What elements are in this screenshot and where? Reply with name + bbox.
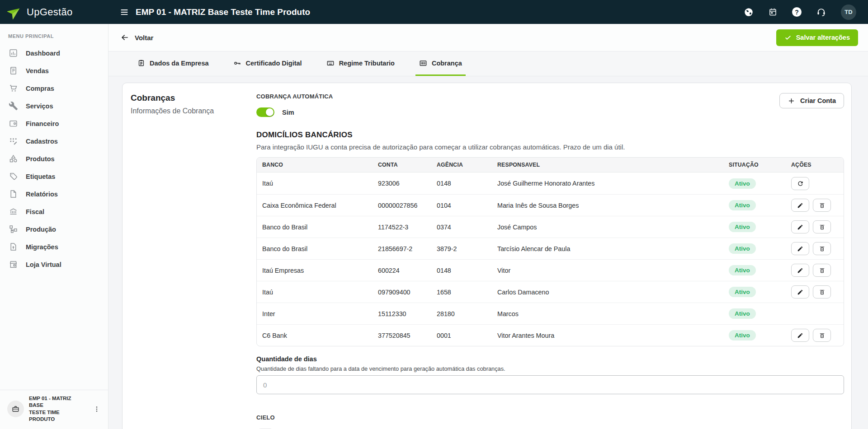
cell-agencia: 0148: [431, 173, 492, 194]
cobranca-automatica-toggle[interactable]: [256, 107, 274, 117]
table-header-row: BANCO CONTA AGÊNCIA RESPONSAVEL SITUAÇÃO…: [257, 158, 844, 173]
tab-cobranca[interactable]: Cobrança: [415, 51, 466, 76]
status-badge: Ativo: [729, 178, 756, 189]
cell-conta: 21856697-2: [373, 238, 431, 259]
check-icon: [784, 34, 792, 41]
delete-button[interactable]: [813, 242, 831, 255]
quantidade-dias-input[interactable]: [256, 375, 844, 394]
criar-conta-button[interactable]: Criar Conta: [779, 93, 844, 108]
sidebar: MENU PRINCIPAL Dashboard Vendas Compras …: [0, 24, 108, 429]
sidebar-spacer: [0, 273, 108, 390]
back-arrow-icon: [120, 33, 129, 42]
sidebar-item-compras[interactable]: Compras: [0, 79, 108, 97]
table-row: Caixa Econômica Federal 00000027856 0104…: [257, 194, 844, 216]
tab-regime-tributario[interactable]: Regime Tributario: [323, 51, 398, 76]
card-right-panel: COBRANÇA AUTOMÁTICA Sim Criar Conta: [256, 93, 844, 429]
edit-button[interactable]: [791, 199, 809, 212]
storefront-icon: [9, 260, 18, 269]
cell-banco: Itaú: [257, 173, 373, 194]
tab-certificado-digital[interactable]: Certificado Digital: [230, 51, 306, 76]
cell-banco: Banco do Brasil: [257, 238, 373, 259]
edit-button[interactable]: [791, 329, 809, 342]
header-responsavel: RESPONSAVEL: [492, 158, 723, 173]
tag-icon: [9, 172, 18, 181]
company-kebab-icon[interactable]: [92, 404, 102, 414]
cell-agencia: 0104: [431, 194, 492, 216]
delete-button[interactable]: [813, 329, 831, 342]
refresh-button[interactable]: [791, 177, 809, 190]
row-actions: [791, 285, 838, 298]
file-upload-icon: [9, 242, 18, 252]
help-icon[interactable]: ?: [792, 7, 802, 17]
status-badge: Ativo: [729, 265, 756, 275]
cell-responsavel: Tarcísio Alencar de Paula: [492, 238, 723, 259]
edit-button[interactable]: [791, 264, 809, 277]
row-actions: [791, 177, 838, 190]
sidebar-item-financeiro[interactable]: Financeiro: [0, 115, 108, 132]
user-avatar[interactable]: TD: [841, 5, 856, 20]
sidebar-item-dashboard[interactable]: Dashboard: [0, 44, 108, 62]
delete-button[interactable]: [813, 199, 831, 212]
edit-button[interactable]: [791, 285, 809, 298]
wallet-icon: [9, 119, 18, 128]
delete-button[interactable]: [813, 285, 831, 298]
status-badge: Ativo: [729, 330, 756, 340]
panel-subtitle: Informações de Cobrança: [131, 107, 256, 115]
row-actions: [791, 199, 838, 212]
card-left-panel: Cobranças Informações de Cobrança: [131, 93, 256, 429]
table-row: Itaú Empresas 600224 0148 Vitor Ativo: [257, 259, 844, 281]
cobranca-card: Cobranças Informações de Cobrança COBRAN…: [122, 83, 852, 429]
quantidade-dias-help: Quantidade de dias faltando para a data …: [256, 365, 844, 372]
delete-button[interactable]: [813, 220, 831, 233]
sidebar-item-servicos[interactable]: Serviços: [0, 97, 108, 115]
delete-button[interactable]: [813, 264, 831, 277]
edit-button[interactable]: [791, 242, 809, 255]
cell-responsavel: Vitor Arantes Moura: [492, 324, 723, 346]
sidebar-item-etiquetas[interactable]: Etiquetas: [0, 168, 108, 185]
category-shapes-icon: [9, 154, 18, 163]
save-button[interactable]: Salvar alterações: [776, 29, 858, 46]
sidebar-item-producao[interactable]: Produção: [0, 220, 108, 238]
tab-dados-da-empresa[interactable]: Dados da Empresa: [134, 51, 212, 76]
cell-banco: C6 Bank: [257, 324, 373, 346]
cell-responsavel: José Campos: [492, 216, 723, 238]
main-area: Voltar Salvar alterações Dados da Empres…: [108, 24, 868, 429]
sidebar-company[interactable]: EMP 01 - MATRIZ BASE TESTE TIME PRODUTO: [0, 390, 108, 429]
sidebar-item-loja-virtual[interactable]: Loja Virtual: [0, 256, 108, 273]
status-badge: Ativo: [729, 222, 756, 232]
calendar-icon[interactable]: [768, 7, 778, 17]
cell-banco: Caixa Econômica Federal: [257, 194, 373, 216]
row-actions: [791, 329, 838, 342]
sidebar-item-cadastros[interactable]: Cadastros: [0, 132, 108, 150]
sidebar-item-produtos[interactable]: Produtos: [0, 150, 108, 168]
cell-agencia: 0001: [431, 324, 492, 346]
tab-bar: Dados da Empresa Certificado Digital Reg…: [108, 51, 868, 76]
menu-hamburger-icon[interactable]: [119, 7, 129, 17]
app-root: UpGestão EMP 01 - MATRIZ Base Teste Time…: [0, 0, 868, 429]
flow-tree-icon: [9, 224, 18, 234]
brand-name: UpGestão: [27, 6, 72, 18]
sidebar-item-vendas[interactable]: Vendas: [0, 62, 108, 79]
sidebar-item-migracoes[interactable]: Migrações: [0, 238, 108, 256]
cell-conta: 097909400: [373, 281, 431, 303]
table-row: Banco do Brasil 21856697-2 3879-2 Tarcís…: [257, 238, 844, 259]
sidebar-item-relatorios[interactable]: Relatórios: [0, 185, 108, 203]
globe-icon[interactable]: [744, 7, 754, 17]
cart-icon: [9, 84, 18, 93]
table-row: Inter 15112330 28180 Marcos Ativo: [257, 303, 844, 324]
back-button[interactable]: Voltar: [120, 33, 153, 42]
cell-conta: 1174522-3: [373, 216, 431, 238]
support-headset-icon[interactable]: [816, 7, 826, 17]
cell-conta: 377520845: [373, 324, 431, 346]
sidebar-item-fiscal[interactable]: Fiscal: [0, 203, 108, 220]
status-badge: Ativo: [729, 308, 756, 319]
cell-banco: Inter: [257, 303, 373, 324]
edit-button[interactable]: [791, 220, 809, 233]
header-acoes: AÇÕES: [786, 158, 844, 173]
cell-responsavel: José Guilherme Honorato Arantes: [492, 173, 723, 194]
content-area: Cobranças Informações de Cobrança COBRAN…: [108, 76, 868, 429]
cell-responsavel: Vitor: [492, 259, 723, 281]
panel-title: Cobranças: [131, 93, 256, 103]
key-icon: [233, 59, 241, 67]
cielo-block: CIELO Sim: [256, 414, 844, 429]
